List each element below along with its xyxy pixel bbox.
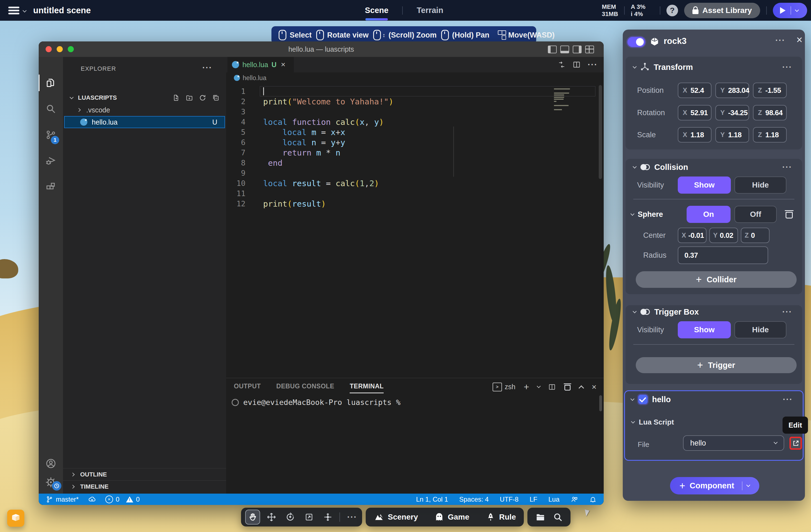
transform-more-icon[interactable]: ··· bbox=[782, 62, 792, 72]
indentation[interactable]: Spaces: 4 bbox=[459, 496, 489, 503]
radius-field[interactable]: 0.37 bbox=[678, 246, 768, 264]
sync-cloud-icon[interactable] bbox=[88, 496, 96, 503]
menu-icon[interactable] bbox=[8, 6, 19, 14]
tool-scroll-zoom[interactable]: ↕ (Scroll) Zoom bbox=[373, 30, 437, 40]
tab-scene[interactable]: Scene bbox=[362, 4, 391, 17]
window-title-bar[interactable]: hello.lua — luascripts bbox=[39, 42, 604, 57]
tool-rotate-view[interactable]: Rotate view bbox=[316, 30, 369, 40]
game-button[interactable]: Game bbox=[426, 512, 478, 522]
toggle-sidebar-icon[interactable] bbox=[548, 46, 557, 53]
tab-hello-lua[interactable]: hello.lua U × bbox=[228, 57, 294, 72]
new-file-icon[interactable] bbox=[172, 94, 180, 101]
move-tool[interactable] bbox=[262, 512, 281, 522]
tool-hold-pan[interactable]: (Hold) Pan bbox=[441, 30, 490, 40]
maximize-panel-chevron-icon[interactable] bbox=[579, 385, 584, 391]
trigger-more-icon[interactable]: ··· bbox=[782, 307, 792, 316]
split-terminal-icon[interactable] bbox=[548, 384, 555, 391]
position-z-field[interactable]: Z-1.55 bbox=[753, 82, 787, 98]
eol[interactable]: LF bbox=[530, 496, 537, 503]
hello-collapse-chevron-icon[interactable] bbox=[630, 397, 634, 401]
sphere-on-button[interactable]: On bbox=[687, 206, 731, 223]
toggle-panel-icon[interactable] bbox=[560, 46, 569, 53]
play-options-chevron-icon[interactable] bbox=[795, 8, 799, 12]
terminal-scrollbar[interactable] bbox=[599, 395, 602, 411]
center-z-field[interactable]: Z0 bbox=[741, 228, 769, 243]
trigger-hide-button[interactable]: Hide bbox=[734, 321, 786, 338]
open-script-button[interactable] bbox=[790, 437, 802, 450]
scale-tool[interactable] bbox=[300, 513, 318, 521]
run-debug-activity-icon[interactable] bbox=[39, 150, 63, 172]
layout-customize-icon[interactable] bbox=[585, 46, 594, 53]
git-branch-item[interactable]: master* bbox=[46, 496, 79, 503]
problems-item[interactable]: × 0 0 bbox=[105, 496, 140, 503]
center-x-field[interactable]: X-0.01 bbox=[678, 228, 706, 243]
rotation-y-field[interactable]: Y-34.25 bbox=[715, 105, 749, 121]
yahaha-logo[interactable] bbox=[7, 510, 24, 527]
tool-select[interactable]: Select bbox=[279, 30, 312, 40]
scenery-button[interactable]: Scenery bbox=[366, 512, 426, 522]
close-inspector-icon[interactable]: × bbox=[796, 34, 802, 46]
new-folder-icon[interactable] bbox=[186, 94, 193, 101]
play-button[interactable] bbox=[773, 3, 807, 18]
rule-button[interactable]: Rule bbox=[478, 512, 524, 522]
lua-script-row[interactable]: Lua Script bbox=[625, 414, 803, 430]
editor-more-icon[interactable]: ··· bbox=[588, 60, 598, 69]
kill-terminal-icon[interactable] bbox=[564, 384, 570, 391]
terminal-prompt[interactable]: evie@eviedeMacBook-Pro luascripts % bbox=[232, 398, 400, 407]
collision-collapse-chevron-icon[interactable] bbox=[633, 165, 637, 169]
outline-section[interactable]: OUTLINE bbox=[63, 468, 226, 480]
pan-tool[interactable] bbox=[243, 510, 262, 525]
tools-more-icon[interactable]: ··· bbox=[347, 512, 357, 522]
trigger-show-button[interactable]: Show bbox=[678, 321, 731, 338]
file-dropdown[interactable]: hello bbox=[683, 435, 784, 451]
cursor-position[interactable]: Ln 1, Col 1 bbox=[416, 496, 448, 503]
menu-chevron-down-icon[interactable] bbox=[23, 8, 27, 12]
feedback-icon[interactable] bbox=[570, 496, 578, 503]
center-y-field[interactable]: Y0.02 bbox=[709, 228, 738, 243]
open-changes-icon[interactable] bbox=[558, 61, 566, 68]
rotation-z-field[interactable]: Z98.64 bbox=[753, 105, 787, 121]
scale-y-field[interactable]: Y1.18 bbox=[715, 127, 749, 142]
trigger-collapse-chevron-icon[interactable] bbox=[633, 309, 637, 313]
editor-scrollbar[interactable] bbox=[599, 85, 602, 179]
tree-item-hello-lua[interactable]: hello.lua U bbox=[64, 116, 225, 128]
scale-x-field[interactable]: X1.18 bbox=[678, 127, 711, 142]
tab-close-icon[interactable]: × bbox=[281, 60, 285, 69]
search-icon[interactable] bbox=[553, 512, 563, 522]
object-more-icon[interactable]: ··· bbox=[775, 36, 785, 45]
source-control-activity-icon[interactable]: 1 bbox=[39, 124, 63, 146]
refresh-icon[interactable] bbox=[199, 94, 206, 101]
explorer-more-icon[interactable]: ··· bbox=[202, 63, 212, 72]
rotate-tool[interactable] bbox=[281, 512, 300, 522]
sphere-collapse-chevron-icon[interactable] bbox=[630, 212, 634, 216]
panel-tab-debug-console[interactable]: DEBUG CONSOLE bbox=[276, 382, 335, 390]
close-panel-icon[interactable]: × bbox=[592, 382, 597, 392]
folder-section-luascripts[interactable]: LUASCRIPTS bbox=[63, 93, 226, 103]
collision-hide-button[interactable]: Hide bbox=[734, 176, 786, 194]
asset-library-button[interactable]: Asset Library bbox=[684, 3, 760, 18]
delete-collider-icon[interactable] bbox=[785, 210, 793, 219]
collapse-folders-icon[interactable] bbox=[212, 94, 219, 101]
add-collider-button[interactable]: + Collider bbox=[636, 271, 797, 288]
search-activity-icon[interactable] bbox=[39, 98, 63, 120]
notifications-bell-icon[interactable] bbox=[589, 496, 597, 503]
tree-item-vscode-folder[interactable]: .vscode bbox=[63, 104, 226, 116]
panel-tab-terminal[interactable]: TERMINAL bbox=[350, 382, 384, 390]
folder-icon[interactable] bbox=[535, 512, 545, 522]
terminal-dropdown-chevron-icon[interactable] bbox=[537, 384, 541, 388]
object-visibility-toggle[interactable] bbox=[627, 37, 645, 47]
encoding[interactable]: UTF-8 bbox=[500, 496, 519, 503]
breadcrumb[interactable]: hello.lua bbox=[226, 72, 604, 83]
split-editor-icon[interactable] bbox=[573, 61, 580, 68]
add-component-button[interactable]: + Component bbox=[670, 477, 759, 495]
language-mode[interactable]: Lua bbox=[548, 496, 560, 503]
new-terminal-icon[interactable]: + bbox=[524, 381, 529, 392]
tool-move-wasd[interactable]: Move(WASD) bbox=[494, 30, 555, 40]
position-x-field[interactable]: X52.4 bbox=[678, 82, 711, 98]
hello-enabled-checkbox[interactable] bbox=[638, 395, 648, 404]
rotation-x-field[interactable]: X52.91 bbox=[678, 105, 711, 121]
tab-terrain[interactable]: Terrain bbox=[414, 4, 446, 17]
panel-tab-output[interactable]: OUTPUT bbox=[234, 382, 261, 390]
extensions-activity-icon[interactable] bbox=[39, 176, 63, 198]
collision-more-icon[interactable]: ··· bbox=[782, 162, 792, 172]
